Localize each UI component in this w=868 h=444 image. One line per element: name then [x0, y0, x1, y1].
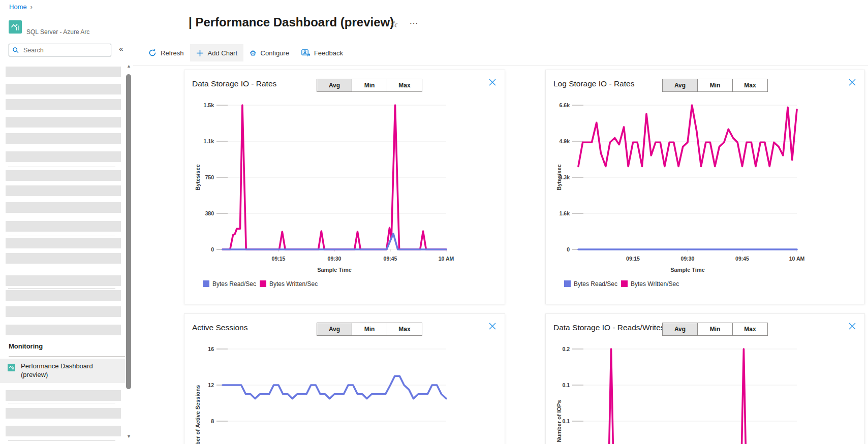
max-button[interactable]: Max: [732, 79, 768, 92]
y-tick-label: 0: [567, 246, 570, 252]
skeleton-bar: [6, 202, 121, 213]
close-icon[interactable]: [488, 78, 497, 86]
skeleton-bar: [6, 221, 121, 232]
x-tick-label: 10 AM: [789, 256, 805, 262]
skeleton-bar: [6, 426, 121, 436]
y-axis-label: Bytes/sec: [556, 164, 562, 190]
max-button[interactable]: Max: [387, 79, 422, 92]
scrollbar-up-arrow[interactable]: ▲: [127, 64, 131, 69]
skeleton-divider: [8, 236, 115, 236]
gear-icon: ⚙: [250, 49, 256, 57]
search-icon: [12, 47, 19, 54]
skeleton-bar: [6, 170, 121, 181]
y-tick-label: 4.9k: [560, 138, 570, 144]
legend-label: Bytes Written/Sec: [631, 280, 679, 288]
chart-title: Data Storage IO - Rates: [192, 79, 276, 88]
min-button[interactable]: Min: [697, 323, 733, 336]
max-button[interactable]: Max: [387, 323, 422, 336]
y-tick-label: 12: [208, 382, 214, 388]
command-bar: Refresh Add Chart ⚙ Configure Feedback: [142, 44, 349, 61]
x-tick-label: 10 AM: [439, 256, 454, 262]
feedback-label: Feedback: [314, 49, 343, 57]
skeleton-divider: [8, 403, 115, 403]
skeleton-bar: [6, 133, 121, 144]
aggregation-button-group: Avg Min Max: [663, 79, 768, 92]
x-tick-label: 09:45: [735, 256, 749, 262]
sidebar-item-performance-dashboard[interactable]: Performance Dashboard (preview): [0, 359, 125, 383]
chart-plot: 1.5k1.1k750380009:1509:3009:4510 AMBytes…: [184, 70, 505, 296]
monitoring-section-header: Monitoring: [9, 342, 43, 350]
y-tick-label: 380: [205, 210, 214, 216]
min-button[interactable]: Min: [352, 323, 387, 336]
x-axis-label: Sample Time: [670, 267, 705, 273]
breadcrumb-chevron-icon: ›: [30, 4, 33, 11]
skeleton-bar: [6, 151, 121, 162]
add-chart-button[interactable]: Add Chart: [190, 44, 244, 61]
y-tick-label: 6.6k: [560, 102, 570, 108]
skeleton-bar: [6, 390, 121, 401]
chart-plot: 6.6k4.9k3.3k1.6k009:1509:3009:4510 AMByt…: [546, 70, 864, 296]
skeleton-bar: [6, 325, 121, 335]
legend-label: Bytes Written/Sec: [269, 280, 318, 288]
configure-button[interactable]: ⚙ Configure: [243, 44, 295, 61]
skeleton-bar: [6, 253, 121, 264]
chart-title: Log Storage IO - Rates: [553, 79, 634, 88]
aggregation-button-group: Avg Min Max: [663, 323, 768, 336]
avg-button[interactable]: Avg: [662, 323, 698, 336]
chart-card-data-storage-io-reads-writes: 0.20.10.1Number of IOPs Data Storage IO …: [545, 313, 865, 444]
min-button[interactable]: Min: [352, 79, 387, 92]
refresh-button[interactable]: Refresh: [142, 44, 190, 61]
collapse-sidebar-button[interactable]: «: [119, 44, 123, 53]
y-tick-label: 0.1: [562, 382, 570, 388]
plus-icon: [196, 49, 204, 57]
x-tick-label: 09:30: [328, 256, 342, 262]
sidebar: SQL Server - Azure Arc « Monitoring Perf…: [0, 14, 132, 444]
command-bar-divider: [133, 65, 868, 66]
avg-button[interactable]: Avg: [317, 79, 352, 92]
chart-card-active-sessions: 16128Number of Active Sessions Active Se…: [184, 313, 505, 444]
y-tick-label: 1.5k: [204, 102, 214, 108]
chart-card-data-storage-io-rates: 1.5k1.1k750380009:1509:3009:4510 AMBytes…: [184, 70, 505, 304]
search-input[interactable]: [22, 46, 106, 54]
skeleton-bar: [6, 238, 121, 248]
series-line: [223, 376, 446, 398]
app-name: SQL Server - Azure Arc: [26, 28, 89, 36]
y-tick-label: 1.1k: [204, 138, 214, 144]
skeleton-divider: [8, 440, 115, 441]
min-button[interactable]: Min: [697, 79, 733, 92]
monitoring-divider: [9, 356, 125, 357]
avg-button[interactable]: Avg: [317, 323, 352, 336]
add-chart-label: Add Chart: [208, 49, 238, 57]
sql-server-azure-arc-icon: [9, 20, 22, 34]
skeleton-bar: [6, 306, 121, 317]
close-icon[interactable]: [848, 78, 856, 86]
close-icon[interactable]: [488, 322, 497, 330]
skeleton-divider: [8, 288, 115, 289]
close-icon[interactable]: [848, 322, 856, 330]
scrollbar-thumb[interactable]: [126, 74, 131, 389]
x-axis-label: Sample Time: [317, 267, 352, 273]
y-tick-label: 750: [205, 174, 214, 180]
x-tick-label: 09:15: [272, 256, 286, 262]
skeleton-bar: [6, 84, 121, 94]
y-tick-label: 0.1: [562, 418, 570, 424]
legend-swatch: [564, 280, 571, 287]
y-axis-label: Number of Active Sessions: [195, 385, 201, 444]
search-box[interactable]: [9, 44, 111, 56]
aggregation-button-group: Avg Min Max: [317, 323, 422, 336]
feedback-button[interactable]: Feedback: [295, 44, 349, 61]
favorite-star-icon[interactable]: ☆: [390, 18, 398, 30]
y-tick-label: 1.6k: [560, 210, 570, 216]
legend-label: Bytes Read/Sec: [212, 280, 256, 288]
refresh-icon: [148, 49, 157, 57]
skeleton-bar: [6, 408, 121, 419]
legend-swatch: [203, 280, 209, 287]
ellipsis-menu-icon[interactable]: …: [409, 16, 419, 26]
max-button[interactable]: Max: [732, 323, 768, 336]
breadcrumb: Home›: [9, 3, 33, 11]
skeleton-divider: [8, 167, 115, 167]
legend-swatch: [621, 280, 628, 287]
avg-button[interactable]: Avg: [662, 79, 698, 92]
breadcrumb-home-link[interactable]: Home: [9, 3, 27, 11]
scrollbar-down-arrow[interactable]: ▼: [127, 434, 131, 439]
